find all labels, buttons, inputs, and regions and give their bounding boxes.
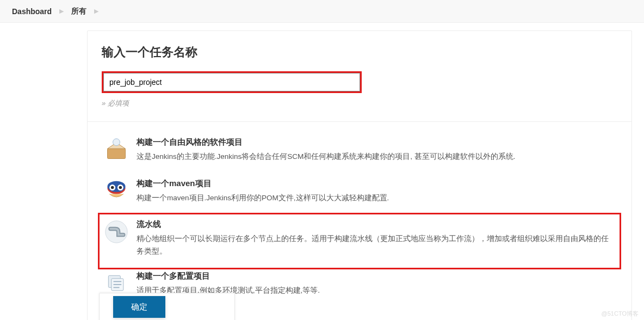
item-desc: 这是Jenkins的主要功能.Jenkins将会结合任何SCM和任何构建系统来构… — [137, 151, 615, 163]
pipeline-icon — [104, 219, 129, 244]
divider — [88, 121, 631, 122]
breadcrumb-item-all[interactable]: 所有 — [71, 7, 86, 16]
item-title: 构建一个多配置项目 — [137, 271, 615, 281]
item-type-list: 构建一个自由风格的软件项目 这是Jenkins的主要功能.Jenkins将会结合… — [102, 134, 617, 307]
watermark: @51CTO博客 — [602, 310, 639, 318]
name-input-highlight — [102, 71, 362, 93]
item-desc: 构建一个maven项目.Jenkins利用你的POM文件,这样可以大大减轻构建配… — [137, 192, 615, 205]
maven-icon — [104, 179, 129, 204]
item-type-pipeline[interactable]: 流水线 精心地组织一个可以长期运行在多个节点上的任务。适用于构建流水线（更加正式… — [102, 216, 617, 268]
breadcrumb-item-dashboard[interactable]: Dashboard — [12, 7, 52, 16]
freestyle-icon — [104, 137, 129, 162]
pipeline-highlight: 流水线 精心地组织一个可以长期运行在多个节点上的任务。适用于构建流水线（更加正式… — [98, 213, 621, 269]
item-title: 构建一个自由风格的软件项目 — [137, 137, 615, 147]
chevron-right-icon: ▶ — [59, 8, 64, 15]
svg-point-6 — [111, 186, 114, 189]
breadcrumb: Dashboard ▶ 所有 ▶ — [0, 0, 644, 23]
ok-button[interactable]: 确定 — [113, 296, 165, 318]
svg-rect-0 — [108, 149, 126, 158]
chevron-right-icon: ▶ — [94, 8, 98, 15]
item-type-freestyle[interactable]: 构建一个自由风格的软件项目 这是Jenkins的主要功能.Jenkins将会结合… — [102, 134, 617, 173]
svg-point-7 — [119, 186, 122, 189]
required-hint: » 必填项 — [102, 99, 617, 108]
item-type-maven[interactable]: 构建一个maven项目 构建一个maven项目.Jenkins利用你的POM文件… — [102, 175, 617, 214]
new-item-panel: 输入一个任务名称 » 必填项 构建一个自由风格的软件项目 这是Jenkins的主… — [87, 30, 632, 320]
svg-point-1 — [113, 139, 120, 146]
item-name-input[interactable] — [103, 73, 360, 91]
page-title: 输入一个任务名称 — [102, 44, 617, 60]
item-title: 流水线 — [137, 219, 615, 230]
item-desc: 精心地组织一个可以长期运行在多个节点上的任务。适用于构建流水线（更加正式地应当称… — [137, 233, 615, 258]
item-title: 构建一个maven项目 — [137, 179, 615, 189]
multiconfig-icon — [104, 271, 129, 296]
